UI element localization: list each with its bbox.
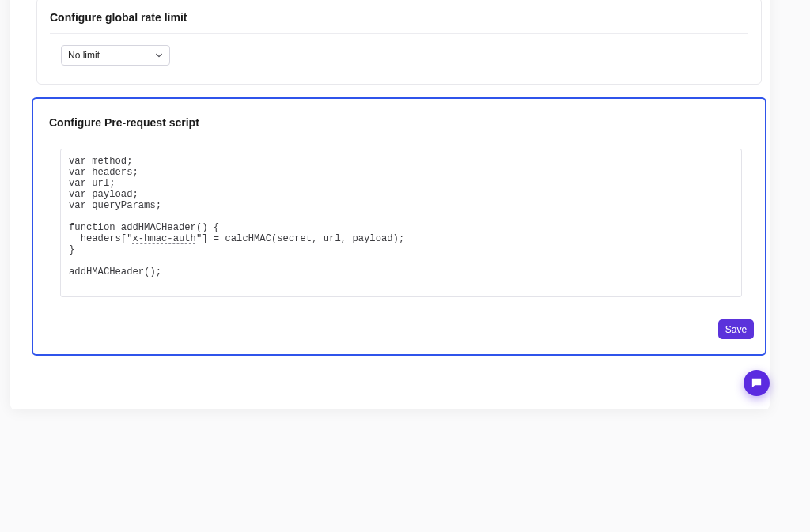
save-button[interactable]: Save [718, 319, 754, 339]
rate-limit-select[interactable]: No limit [61, 45, 170, 66]
rate-limit-select-value: No limit [68, 50, 100, 61]
chat-icon [750, 376, 763, 390]
save-button-label: Save [725, 324, 747, 335]
main-panel: Stuck? feel free to contact us or book a… [10, 0, 770, 409]
script-code-editor[interactable]: var method; var headers; var url; var pa… [60, 149, 742, 297]
divider [50, 33, 748, 34]
rate-limit-card: Configure global rate limit No limit [36, 0, 762, 85]
save-row: Save [49, 319, 754, 339]
rate-limit-title: Configure global rate limit [50, 11, 748, 33]
pre-request-script-card: Configure Pre-request script var method;… [32, 97, 766, 356]
header-key: x-hmac-auth [132, 233, 195, 244]
script-card-title: Configure Pre-request script [49, 116, 754, 138]
divider [49, 138, 754, 138]
chat-launcher[interactable] [744, 370, 770, 396]
chevron-down-icon [155, 51, 163, 59]
